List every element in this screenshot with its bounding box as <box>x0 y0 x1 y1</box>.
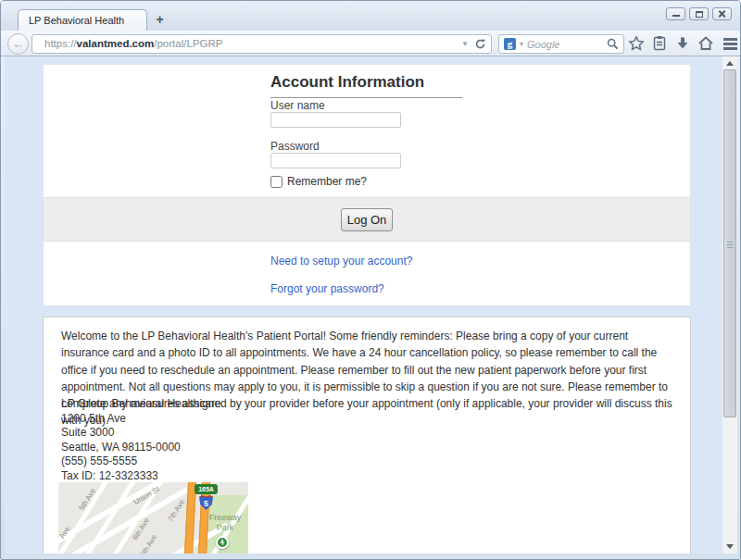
browser-tab[interactable]: LP Behavioral Health <box>18 9 147 31</box>
minimize-icon <box>672 15 680 17</box>
menu-button[interactable] <box>721 35 739 53</box>
home-icon <box>697 35 714 52</box>
window-controls <box>666 7 732 20</box>
scrollbar-thumb[interactable] <box>723 69 736 417</box>
username-label: User name <box>270 99 325 112</box>
minimize-button[interactable] <box>666 7 685 20</box>
restore-icon <box>696 11 703 18</box>
restore-button[interactable] <box>689 7 709 20</box>
tree-trunk <box>222 542 223 545</box>
page-title: Account Information <box>270 73 462 98</box>
download-icon <box>674 35 691 52</box>
practice-address2: Suite 3000 <box>61 426 221 441</box>
tab-title: LP Behavioral Health <box>29 15 124 26</box>
park-label: Freeway Park <box>205 513 245 533</box>
exit-badge: 165A <box>195 484 218 494</box>
practice-address1: 1200 5th Ave <box>61 412 221 427</box>
location-map[interactable]: 5th Ave Union St 7th Ave 6th Ave Ave 5th… <box>58 482 248 554</box>
practice-city-state-zip: Seattle, WA 98115-0000 <box>61 441 221 455</box>
url-domain: valantmed.com <box>77 38 155 49</box>
scroll-down-icon <box>726 544 734 549</box>
password-field[interactable] <box>270 153 401 168</box>
url-path: /portal/LPGRP <box>154 38 222 49</box>
back-button[interactable]: ← <box>7 33 29 55</box>
search-input[interactable]: Google <box>527 39 603 50</box>
downloads-button[interactable] <box>673 35 692 53</box>
practice-info-panel: Welcome to the LP Behavioral Health's Pa… <box>43 317 691 554</box>
reload-icon[interactable] <box>474 38 486 50</box>
scrollbar-grip <box>727 242 733 250</box>
search-icon[interactable] <box>607 38 619 50</box>
urlbar-dropdown-icon[interactable]: ▼ <box>461 35 469 53</box>
url-scheme: https:// <box>44 38 77 49</box>
vertical-scrollbar[interactable] <box>722 56 737 554</box>
bookmark-star-button[interactable] <box>627 35 646 53</box>
home-button[interactable] <box>697 35 715 53</box>
username-field[interactable] <box>270 112 401 128</box>
scroll-down-button[interactable] <box>722 540 737 554</box>
hamburger-menu-icon <box>723 38 737 52</box>
remember-me-row: Remember me? <box>270 175 367 188</box>
scroll-up-icon <box>726 61 734 66</box>
page-viewport: Account Information User name Password R… <box>5 56 722 554</box>
star-icon <box>628 35 645 52</box>
google-engine-icon[interactable]: g <box>504 38 516 50</box>
remember-me-checkbox[interactable] <box>270 176 283 188</box>
practice-address-block: LP Group Behavioral Healthcare 1200 5th … <box>61 397 221 484</box>
park-label-line2: Park <box>205 523 245 533</box>
practice-phone: (555) 555-5555 <box>61 454 221 469</box>
search-box[interactable]: g ▾ Google <box>498 34 624 54</box>
park-marker-icon[interactable] <box>216 536 229 549</box>
show-bookmarks-button[interactable] <box>650 35 669 53</box>
url-bar[interactable]: https://valantmed.com/portal/LPGRP ▼ <box>31 34 492 54</box>
logon-band: Log On <box>44 197 690 242</box>
scroll-up-button[interactable] <box>722 56 737 70</box>
park-label-line1: Freeway <box>205 513 245 523</box>
browser-window: LP Behavioral Health + ← https://valantm… <box>0 0 741 560</box>
bookmarks-clipboard-icon <box>651 35 668 52</box>
search-engine-dropdown-icon[interactable]: ▾ <box>520 40 523 48</box>
remember-me-label: Remember me? <box>287 175 367 188</box>
new-tab-button[interactable]: + <box>152 13 168 28</box>
practice-name: LP Group Behavioral Healthcare <box>61 397 221 412</box>
forgot-password-link[interactable]: Forgot your password? <box>270 282 384 295</box>
setup-account-link[interactable]: Need to setup your account? <box>270 255 412 268</box>
title-bar: LP Behavioral Health + <box>1 1 740 31</box>
close-button[interactable] <box>712 7 732 20</box>
login-panel: Account Information User name Password R… <box>43 64 691 306</box>
password-label: Password <box>270 140 320 153</box>
log-on-button[interactable]: Log On <box>341 208 393 231</box>
